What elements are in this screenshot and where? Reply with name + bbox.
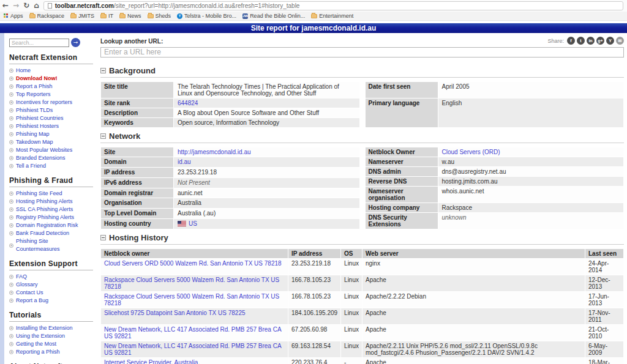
domain-link[interactable]: id.au xyxy=(178,158,191,165)
hosting-country-link[interactable]: US xyxy=(189,220,197,227)
netblock-owner-link[interactable]: New Dream Network, LLC 417 Associated Rd… xyxy=(104,326,281,340)
sidebar-item-most-popular-websites[interactable]: Most Popular Websites xyxy=(9,146,93,154)
email-share-icon[interactable]: ✉ xyxy=(616,37,624,45)
plus-bullet-icon xyxy=(9,275,13,279)
plus-bullet-icon xyxy=(9,283,13,287)
netblock-owner-link[interactable]: Internet Service Provider, Australia. xyxy=(104,359,200,364)
sidebar-item-hosting-phishing-alerts[interactable]: Hosting Phishing Alerts xyxy=(9,198,93,206)
sidebar-item-incentives[interactable]: Incentives for reporters xyxy=(9,98,93,106)
plus-bullet-icon xyxy=(9,69,13,73)
apps-shortcut[interactable]: Apps xyxy=(4,13,23,19)
bookmark-it[interactable]: IT xyxy=(100,13,113,19)
plus-bullet-icon xyxy=(9,231,13,236)
bookmark-sheds[interactable]: Sheds xyxy=(148,13,171,19)
sidebar-item-top-reporters[interactable]: Top Reporters xyxy=(9,91,93,98)
table-row: Date first seenApril 2005 xyxy=(366,82,624,98)
share-label: Share: xyxy=(547,38,564,44)
hosting-history-table: Netblock owner IP address OS Web server … xyxy=(100,248,624,364)
collapse-icon[interactable] xyxy=(100,133,106,139)
reload-icon[interactable]: ↻ xyxy=(23,1,29,10)
sidebar-item-branded-extensions[interactable]: Branded Extensions xyxy=(9,154,93,162)
site-link[interactable]: http://jamesmcdonald.id.au xyxy=(178,149,251,155)
bookmark-rackspace[interactable]: Rackspace xyxy=(29,13,65,19)
site-rank-link[interactable]: 644824 xyxy=(178,100,198,106)
sidebar-item-phishing-site-feed[interactable]: Phishing Site Feed xyxy=(9,190,93,198)
bookmark-entertainment[interactable]: Entertainment xyxy=(311,13,353,19)
twitter-icon[interactable]: t xyxy=(577,37,585,45)
sidebar-item-tell-a-friend[interactable]: Tell a Friend xyxy=(9,162,93,170)
sidebar-item-ssl-ca-phishing-alerts[interactable]: SSL CA Phishing Alerts xyxy=(9,206,93,214)
netblock-owner-link[interactable]: Cloud Servers ORD 5000 Walzem Rd. San An… xyxy=(104,260,282,267)
section-title-hosting-history: Hosting History xyxy=(109,233,168,242)
hacker-news-icon[interactable]: Y xyxy=(606,37,614,45)
address-bar[interactable]: toolbar.netcraft.com/site_report?url=htt… xyxy=(43,1,623,10)
sidebar-item-getting-the-most[interactable]: Getting the Most xyxy=(9,340,93,348)
search-input[interactable] xyxy=(9,39,69,47)
table-row: New Dream Network, LLC 417 Associated Rd… xyxy=(101,341,623,357)
plus-bullet-icon xyxy=(9,223,13,228)
sidebar-item-report-a-phish[interactable]: Report a Phish xyxy=(9,83,93,91)
plus-bullet-icon xyxy=(9,140,13,144)
sidebar-item-phishiest-countries[interactable]: Phishiest Countries xyxy=(9,114,93,122)
sidebar-item-phishing-map[interactable]: Phishing Map xyxy=(9,130,93,138)
linkedin-icon[interactable]: in xyxy=(587,37,595,45)
sidebar-item-download-now[interactable]: Download Now! xyxy=(9,75,93,83)
telstra-icon: T xyxy=(177,13,182,19)
plus-bullet-icon xyxy=(9,164,13,168)
forward-icon[interactable]: → xyxy=(13,1,19,10)
sidebar-item-contact-us[interactable]: Contact Us xyxy=(9,289,93,297)
table-row: Reverse DNShosting.jmits.com.au xyxy=(366,177,624,186)
sidebar-heading-netcraft-extension: Netcraft Extension xyxy=(9,53,93,64)
sidebar-item-reporting-a-phish[interactable]: Reporting a Phish xyxy=(9,348,93,356)
google-plus-icon[interactable]: g+ xyxy=(596,37,604,45)
section-title-network: Network xyxy=(109,132,140,141)
background-right-table: Date first seenApril 2005 Primary langua… xyxy=(365,81,625,128)
plus-bullet-icon xyxy=(9,191,13,196)
back-icon[interactable]: ← xyxy=(2,1,9,10)
netblock-owner-link[interactable]: Cloud Servers (ORD) xyxy=(442,149,500,155)
sidebar-item-domain-registration-risk[interactable]: Domain Registration Risk xyxy=(9,221,93,229)
sidebar-heading-tutorials: Tutorials xyxy=(9,311,93,322)
share-bar: Share: f t in g+ Y ✉ xyxy=(547,37,624,45)
netblock-owner-link[interactable]: Rackspace Cloud Servers 5000 Walzem Rd. … xyxy=(104,277,279,290)
sidebar-item-installing-the-extension[interactable]: Installing the Extension xyxy=(9,324,93,332)
sidebar-item-bank-fraud-detection[interactable]: Bank Fraud Detection xyxy=(9,229,93,237)
table-row: Hosting companyRackspace xyxy=(366,203,624,212)
lookup-url-input[interactable] xyxy=(100,47,624,58)
table-row: Internet Service Provider, Australia.220… xyxy=(101,358,623,364)
table-row: DNS admindns@ausregistry.net.au xyxy=(366,167,624,176)
sidebar-item-phishing-countermeasures[interactable]: Phishing Site Countermeasures xyxy=(9,237,93,253)
collapse-icon[interactable] xyxy=(100,235,106,240)
bookmark-news[interactable]: News xyxy=(119,13,141,19)
search-button[interactable]: → xyxy=(71,38,80,47)
section-title-background: Background xyxy=(109,66,156,75)
sidebar-item-report-a-bug[interactable]: Report a Bug xyxy=(9,297,93,305)
bookmark-telstra[interactable]: TTelstra - Mobile Bro... xyxy=(177,13,236,19)
background-left-table: Site titleThe Telarah Technology Times |… xyxy=(100,81,360,128)
sidebar-item-faq[interactable]: FAQ xyxy=(9,273,93,281)
home-icon[interactable]: ⌂ xyxy=(34,1,39,10)
page-icon xyxy=(48,3,52,9)
facebook-icon[interactable]: f xyxy=(567,37,575,45)
sidebar-item-using-the-extension[interactable]: Using the Extension xyxy=(9,332,93,340)
netblock-owner-link[interactable]: Slicehost 9725 Datapoint San Antonio TX … xyxy=(104,310,246,316)
bookmark-bible[interactable]: JWRead the Bible Onlin... xyxy=(242,13,305,19)
bookmark-jmits[interactable]: JMITS xyxy=(70,13,94,19)
collapse-icon[interactable] xyxy=(100,68,106,73)
plus-bullet-icon xyxy=(9,334,13,338)
table-row: DNS Security Extensionsunknown xyxy=(366,213,624,229)
bookmarks-bar: Apps Rackspace JMITS IT News Sheds TTels… xyxy=(0,12,627,21)
plus-bullet-icon xyxy=(9,108,13,113)
sidebar-item-home[interactable]: Home xyxy=(9,67,93,75)
table-row: IP address23.253.219.18 xyxy=(101,168,359,177)
sidebar-item-takedown-map[interactable]: Takedown Map xyxy=(9,138,93,146)
netblock-owner-link[interactable]: New Dream Network, LLC 417 Associated Rd… xyxy=(104,343,281,356)
sidebar-item-phishiest-tlds[interactable]: Phishiest TLDs xyxy=(9,106,93,114)
netblock-owner-link[interactable]: Rackspace Cloud Servers 5000 Walzem Rd. … xyxy=(104,293,279,306)
page-title: Site report for jamesmcdonald.id.au xyxy=(0,23,627,33)
table-row: Domain registraraunic.net xyxy=(101,188,359,198)
sidebar-item-glossary[interactable]: Glossary xyxy=(9,281,93,289)
sidebar-item-phishiest-hosters[interactable]: Phishiest Hosters xyxy=(9,122,93,130)
network-left-table: Sitehttp://jamesmcdonald.id.au Domainid.… xyxy=(100,147,360,229)
sidebar-item-registry-phishing-alerts[interactable]: Registry Phishing Alerts xyxy=(9,214,93,221)
